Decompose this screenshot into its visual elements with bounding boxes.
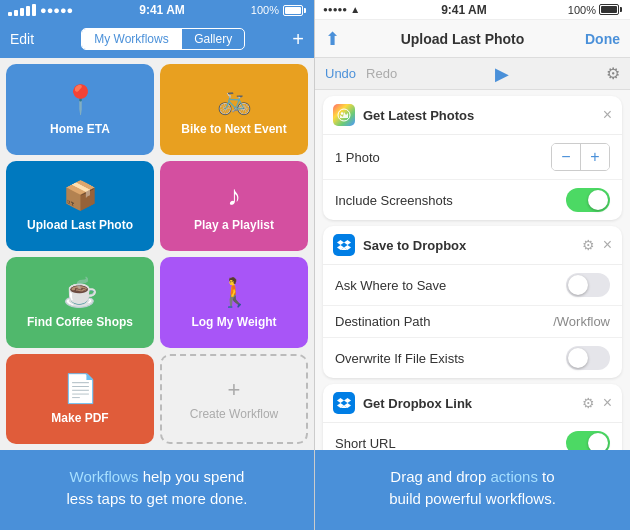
undo-button[interactable]: Undo: [325, 66, 356, 81]
action-header-photos: Get Latest Photos ×: [323, 96, 622, 135]
toggle-knob-2: [568, 275, 588, 295]
edit-button[interactable]: Edit: [10, 31, 34, 47]
log-weight-icon: 🚶: [217, 276, 252, 309]
right-footer-highlight: actions: [490, 468, 538, 485]
ask-where-toggle[interactable]: [566, 273, 610, 297]
add-workflow-button[interactable]: +: [292, 29, 304, 49]
redo-button[interactable]: Redo: [366, 66, 397, 81]
left-phone: ●●●●● 9:41 AM 100% Edit My Workflows Gal…: [0, 0, 315, 530]
short-url-toggle[interactable]: [566, 431, 610, 450]
dropbox-save-gear-button[interactable]: ⚙: [582, 237, 595, 253]
short-url-label: Short URL: [335, 436, 396, 451]
right-time: 9:41 AM: [441, 3, 487, 17]
toggle-knob: [588, 190, 608, 210]
battery-pct-left: 100%: [251, 4, 279, 16]
right-footer-text: Drag and drop actions tobuild powerful w…: [389, 466, 556, 511]
create-workflow-button[interactable]: + Create Workflow: [160, 354, 308, 445]
gear-button[interactable]: ⚙: [606, 64, 620, 83]
signal-icon: [8, 4, 36, 16]
action-card-get-dropbox-link: Get Dropbox Link ⚙ × Short URL: [323, 384, 622, 450]
toggle-knob-3: [568, 348, 588, 368]
battery-icon-left: [283, 5, 306, 16]
right-footer: Drag and drop actions tobuild powerful w…: [315, 450, 630, 530]
overwrite-label: Overwrite If File Exists: [335, 351, 464, 366]
create-workflow-label: Create Workflow: [190, 407, 278, 421]
destination-label: Destination Path: [335, 314, 430, 329]
stepper-plus[interactable]: +: [581, 144, 609, 170]
dropbox-save-title: Save to Dropbox: [363, 238, 574, 253]
photos-close-button[interactable]: ×: [603, 106, 612, 124]
action-row-photo-count: 1 Photo − +: [323, 135, 622, 180]
create-workflow-plus-icon: +: [228, 377, 241, 403]
dropbox-link-close-button[interactable]: ×: [603, 394, 612, 412]
toggle-knob-4: [588, 433, 608, 450]
action-row-overwrite: Overwrite If File Exists: [323, 338, 622, 378]
destination-value: /Workflow: [553, 314, 610, 329]
play-button[interactable]: ▶: [495, 63, 509, 85]
share-button[interactable]: ⬆: [325, 28, 340, 50]
screenshots-toggle[interactable]: [566, 188, 610, 212]
screenshots-label: Include Screenshots: [335, 193, 453, 208]
workflow-play-playlist[interactable]: ♪ Play a Playlist: [160, 161, 308, 252]
actions-list: Get Latest Photos × 1 Photo − + Include …: [315, 90, 630, 450]
overwrite-toggle[interactable]: [566, 346, 610, 370]
right-phone: ●●●●● ▲ 9:41 AM 100% ⬆ Upload Last Photo…: [315, 0, 630, 530]
action-header-dropbox-save: Save to Dropbox ⚙ ×: [323, 226, 622, 265]
workflow-home-eta[interactable]: 📍 Home ETA: [6, 64, 154, 155]
right-status-bar: ●●●●● ▲ 9:41 AM 100%: [315, 0, 630, 20]
home-eta-icon: 📍: [63, 83, 98, 116]
left-signal: ●●●●●: [8, 4, 73, 16]
stepper-minus[interactable]: −: [552, 144, 580, 170]
dropbox-link-title: Get Dropbox Link: [363, 396, 574, 411]
workflow-upload-photo[interactable]: 📦 Upload Last Photo: [6, 161, 154, 252]
battery-icon-right: [599, 4, 622, 15]
action-row-short-url: Short URL: [323, 423, 622, 450]
right-signal-dots: ●●●●●: [323, 5, 347, 14]
tab-gallery[interactable]: Gallery: [182, 29, 244, 49]
make-pdf-icon: 📄: [63, 372, 98, 405]
log-weight-label: Log My Weight: [191, 315, 276, 329]
photos-action-title: Get Latest Photos: [363, 108, 595, 123]
upload-photo-label: Upload Last Photo: [27, 218, 133, 232]
dropbox-save-icon: [333, 234, 355, 256]
action-toolbar: Undo Redo ▶ ⚙: [315, 58, 630, 90]
photo-stepper[interactable]: − +: [551, 143, 610, 171]
dropbox-save-close-button[interactable]: ×: [603, 236, 612, 254]
left-time: 9:41 AM: [139, 3, 185, 17]
action-header-dropbox-link: Get Dropbox Link ⚙ ×: [323, 384, 622, 423]
upload-photo-icon: 📦: [63, 179, 98, 212]
dropbox-link-icon: [333, 392, 355, 414]
workflow-bike-event[interactable]: 🚲 Bike to Next Event: [160, 64, 308, 155]
footer-highlight-workflows: Workflows: [70, 468, 139, 485]
done-button[interactable]: Done: [585, 31, 620, 47]
action-row-ask-where: Ask Where to Save: [323, 265, 622, 306]
ask-where-label: Ask Where to Save: [335, 278, 446, 293]
left-footer-text: Workflows help you spendless taps to get…: [67, 466, 248, 511]
right-battery-area: 100%: [568, 4, 622, 16]
photos-icon: [333, 104, 355, 126]
workflow-coffee-shops[interactable]: ☕ Find Coffee Shops: [6, 257, 154, 348]
nav-title: Upload Last Photo: [401, 31, 525, 47]
bike-event-icon: 🚲: [217, 83, 252, 116]
action-row-screenshots: Include Screenshots: [323, 180, 622, 220]
right-signal-area: ●●●●● ▲: [323, 4, 360, 15]
right-battery-pct: 100%: [568, 4, 596, 16]
left-battery-area: 100%: [251, 4, 306, 16]
workflow-make-pdf[interactable]: 📄 Make PDF: [6, 354, 154, 445]
tab-my-workflows[interactable]: My Workflows: [82, 29, 180, 49]
workflow-log-weight[interactable]: 🚶 Log My Weight: [160, 257, 308, 348]
action-card-save-dropbox: Save to Dropbox ⚙ × Ask Where to Save De…: [323, 226, 622, 378]
left-status-bar: ●●●●● 9:41 AM 100%: [0, 0, 314, 20]
play-playlist-icon: ♪: [227, 180, 241, 212]
left-footer: Workflows help you spendless taps to get…: [0, 450, 314, 530]
home-eta-label: Home ETA: [50, 122, 110, 136]
right-navbar: ⬆ Upload Last Photo Done: [315, 20, 630, 58]
right-wifi-icon: ▲: [350, 4, 360, 15]
make-pdf-label: Make PDF: [51, 411, 108, 425]
dropbox-link-gear-button[interactable]: ⚙: [582, 395, 595, 411]
bike-event-label: Bike to Next Event: [181, 122, 286, 136]
photo-count-label: 1 Photo: [335, 150, 380, 165]
right-footer-prefix: Drag and drop: [390, 468, 490, 485]
workflow-segmented-control[interactable]: My Workflows Gallery: [81, 28, 245, 50]
action-card-get-latest-photos: Get Latest Photos × 1 Photo − + Include …: [323, 96, 622, 220]
